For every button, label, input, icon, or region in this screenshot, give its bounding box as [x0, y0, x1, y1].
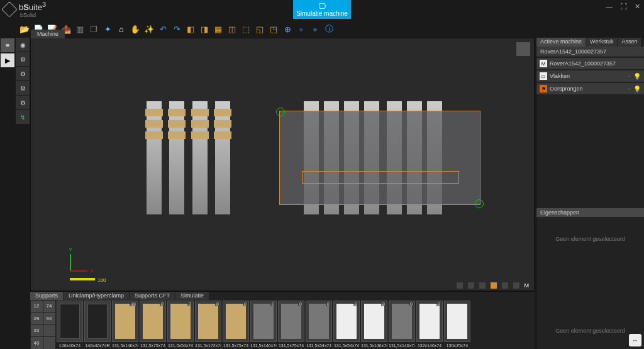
remote-support-icon[interactable]: ↔ [629, 334, 641, 346]
tab-uniclamp[interactable]: Uniclamp/Hyperclamp [64, 292, 129, 300]
tool-2[interactable]: ⚙ [16, 52, 30, 66]
view2-icon[interactable]: ◨ [199, 23, 210, 35]
tree-vlakken[interactable]: ▭ Vlakken → 💡 [536, 70, 644, 82]
axis-y-label: Y [69, 247, 72, 253]
simulate-machine-button[interactable]: 🖵 Simulatie machine [293, 0, 351, 19]
bottom-tabs: Supports Uniclamp/Hyperclamp Supports CF… [30, 292, 535, 300]
support-item[interactable]: 0131,5x146x74 [361, 301, 387, 348]
size-cell[interactable]: 94 [43, 313, 55, 324]
open-icon[interactable]: 📂 [19, 23, 30, 35]
scale-label: 100 [97, 277, 106, 283]
support-item[interactable]: 18131,5x146x74 [112, 301, 138, 348]
close-button[interactable]: ✕ [635, 3, 640, 11]
home-icon[interactable]: ⌂ [116, 23, 127, 35]
toolpath [302, 171, 459, 184]
support-item[interactable]: 0131,5x75x74 [223, 301, 249, 348]
view6-icon[interactable]: ◱ [254, 23, 265, 35]
grid-icon[interactable]: ⊕ [282, 23, 293, 35]
layers-icon[interactable]: ▥ [74, 23, 86, 35]
support-item[interactable]: 0131,5x54x74 [167, 301, 194, 348]
support-item[interactable]: 0131,5x75x74 [140, 301, 166, 348]
wand-icon[interactable]: ✨ [143, 23, 155, 35]
tab-assen[interactable]: Assen [618, 38, 641, 47]
status-m: M [525, 282, 530, 289]
status-dot-1[interactable] [457, 282, 463, 289]
tool-3[interactable]: ⚙ [16, 67, 30, 80]
right-panel: Actieve machine Werkstuk Assen RoverA154… [536, 38, 644, 349]
target-icon[interactable]: ✦ [102, 23, 113, 35]
status-dot-4[interactable] [491, 282, 497, 289]
view4-icon[interactable]: ◫ [226, 23, 238, 35]
redo-icon[interactable]: ↷ [171, 23, 182, 35]
bulb-icon[interactable]: 💡 [633, 73, 641, 80]
tree-label: Oorsprongen [550, 86, 583, 92]
arrow-icon: → [626, 73, 631, 79]
no-selection-text: Geen element geselecteerd [536, 217, 644, 261]
tree-oorsprongen[interactable]: ⚑ Oorsprongen → 💡 [536, 83, 644, 94]
tab-simulatie[interactable]: Simulatie [175, 292, 209, 300]
status-dot-6[interactable] [513, 282, 519, 289]
support-item[interactable]: 0131,5x54x74 [306, 301, 332, 348]
view-cube[interactable] [516, 42, 530, 56]
pan-icon[interactable]: ✋ [130, 23, 141, 35]
corner-handle-br[interactable] [475, 199, 484, 208]
tab-supports[interactable]: Supports [30, 292, 63, 300]
globe1-icon[interactable]: ● [296, 23, 307, 35]
scale-bar [70, 278, 95, 280]
size-cell[interactable]: 29 [31, 313, 43, 324]
machine-select[interactable]: RoverA1542_1000027357 [536, 47, 644, 57]
app-title-block: bSuite3 bSolid [19, 1, 46, 18]
status-dot-3[interactable] [479, 282, 486, 289]
corner-handle-tl[interactable] [276, 108, 285, 116]
copy-icon[interactable]: ❐ [88, 23, 99, 35]
status-dot-5[interactable] [502, 282, 508, 289]
size-column: 1274 2994 33 48 [30, 300, 55, 349]
support-item[interactable]: 130x25x74 [444, 301, 470, 348]
support-item[interactable]: 146x40x74R [84, 301, 111, 348]
info-icon[interactable]: ⓘ [323, 23, 335, 35]
support-item[interactable]: 146x40x74 [57, 301, 83, 348]
viewport-status: M [457, 282, 530, 289]
size-cell[interactable]: 48 [31, 337, 43, 349]
app-title: bSuite3 [19, 1, 46, 12]
size-cell[interactable]: 74 [43, 301, 55, 313]
view1-icon[interactable]: ◧ [185, 23, 196, 35]
support-item[interactable]: 0132x146x74 [416, 301, 443, 348]
left-tab-1[interactable]: ≡ [1, 38, 14, 52]
view7-icon[interactable]: ◳ [268, 23, 279, 35]
size-cell[interactable]: 33 [31, 325, 43, 337]
minimize-button[interactable]: — [606, 3, 613, 11]
tree-machine[interactable]: M RoverA1542_1000027357 [536, 58, 644, 69]
window-controls: — ⛶ ✕ [606, 3, 640, 11]
workpiece[interactable] [279, 111, 480, 205]
properties-header: Eigenschappen [536, 208, 644, 217]
view3-icon[interactable]: ▦ [213, 23, 224, 35]
viewport-tab[interactable]: Machine [31, 30, 65, 38]
support-item[interactable]: 0131,5x75x74 [278, 301, 304, 348]
undo-icon[interactable]: ↶ [157, 23, 169, 35]
tool-1[interactable]: ◉ [16, 38, 30, 52]
support-item[interactable]: 0131,5x54x74 [333, 301, 360, 348]
left-tab-play[interactable]: ▶ [1, 53, 14, 67]
size-cell[interactable] [43, 337, 55, 349]
view5-icon[interactable]: ⬚ [240, 23, 252, 35]
bulb-icon[interactable]: 💡 [633, 86, 641, 92]
viewport[interactable]: Machine Y X 100 M [30, 38, 535, 291]
tab-active-machine[interactable]: Actieve machine [536, 38, 586, 47]
support-item[interactable]: 0131,5x172x74 [195, 301, 221, 348]
supports-list: 146x40x74146x40x74R18131,5x146x740131,5x… [57, 301, 532, 348]
globe2-icon[interactable]: ● [309, 23, 321, 35]
status-dot-2[interactable] [468, 282, 474, 289]
tab-werkstuk[interactable]: Werkstuk [586, 38, 617, 47]
tool-5[interactable]: ⚙ [16, 96, 30, 109]
support-item[interactable]: 0131,5x146x74 [250, 301, 277, 348]
size-cell[interactable]: 12 [31, 301, 43, 313]
maximize-button[interactable]: ⛶ [620, 3, 627, 11]
support-item[interactable]: 0131,5x146x74 [389, 301, 415, 348]
tool-4[interactable]: ⚙ [16, 81, 30, 95]
right-tabs: Actieve machine Werkstuk Assen [536, 38, 644, 47]
tool-6[interactable]: ↯ [16, 110, 30, 124]
size-cell[interactable] [43, 325, 55, 337]
tree-label: Vlakken [550, 73, 570, 79]
tab-supports-cft[interactable]: Supports CFT [130, 292, 175, 300]
